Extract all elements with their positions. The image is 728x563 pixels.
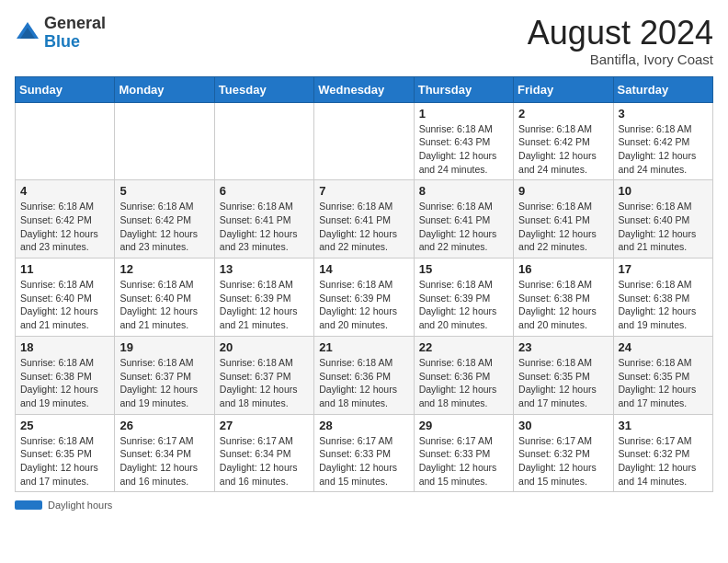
calendar-cell: 3Sunrise: 6:18 AM Sunset: 6:42 PM Daylig…: [613, 102, 712, 180]
calendar-cell: 23Sunrise: 6:18 AM Sunset: 6:35 PM Dayli…: [514, 336, 613, 414]
calendar-cell: 22Sunrise: 6:18 AM Sunset: 6:36 PM Dayli…: [414, 336, 513, 414]
calendar-cell: 4Sunrise: 6:18 AM Sunset: 6:42 PM Daylig…: [16, 180, 115, 259]
day-info: Sunrise: 6:18 AM Sunset: 6:40 PM Dayligh…: [619, 200, 708, 254]
day-info: Sunrise: 6:18 AM Sunset: 6:41 PM Dayligh…: [319, 200, 408, 254]
title-block: August 2024 Bantifla, Ivory Coast: [528, 15, 713, 67]
calendar-cell: 12Sunrise: 6:18 AM Sunset: 6:40 PM Dayli…: [115, 259, 214, 337]
day-info: Sunrise: 6:18 AM Sunset: 6:42 PM Dayligh…: [619, 122, 708, 177]
day-info: Sunrise: 6:18 AM Sunset: 6:40 PM Dayligh…: [20, 278, 109, 332]
calendar-week-row: 25Sunrise: 6:18 AM Sunset: 6:35 PM Dayli…: [16, 414, 713, 492]
logo-text: General Blue: [44, 15, 106, 52]
day-number: 29: [419, 419, 508, 432]
day-info: Sunrise: 6:18 AM Sunset: 6:38 PM Dayligh…: [619, 278, 708, 332]
day-info: Sunrise: 6:18 AM Sunset: 6:42 PM Dayligh…: [20, 200, 109, 254]
calendar-cell: 5Sunrise: 6:18 AM Sunset: 6:42 PM Daylig…: [115, 180, 214, 259]
day-info: Sunrise: 6:18 AM Sunset: 6:35 PM Dayligh…: [20, 434, 109, 488]
footer-label: Daylight hours: [48, 500, 112, 511]
day-number: 20: [220, 340, 309, 354]
day-info: Sunrise: 6:18 AM Sunset: 6:41 PM Dayligh…: [220, 200, 309, 254]
calendar-cell: 2Sunrise: 6:18 AM Sunset: 6:42 PM Daylig…: [514, 102, 613, 180]
calendar-cell: 11Sunrise: 6:18 AM Sunset: 6:40 PM Dayli…: [16, 259, 115, 337]
day-number: 27: [220, 419, 309, 432]
day-info: Sunrise: 6:18 AM Sunset: 6:38 PM Dayligh…: [518, 278, 608, 332]
day-number: 25: [20, 419, 109, 432]
day-info: Sunrise: 6:18 AM Sunset: 6:39 PM Dayligh…: [220, 278, 309, 332]
day-number: 30: [518, 419, 608, 432]
calendar-cell: 15Sunrise: 6:18 AM Sunset: 6:39 PM Dayli…: [414, 259, 513, 337]
calendar-cell: 17Sunrise: 6:18 AM Sunset: 6:38 PM Dayli…: [613, 259, 712, 337]
logo-icon: [15, 20, 40, 46]
day-number: 18: [20, 340, 109, 354]
day-number: 1: [419, 107, 508, 121]
day-number: 12: [119, 262, 209, 276]
day-number: 19: [119, 340, 209, 354]
day-info: Sunrise: 6:18 AM Sunset: 6:37 PM Dayligh…: [119, 356, 209, 410]
calendar-cell: [214, 102, 313, 180]
day-info: Sunrise: 6:18 AM Sunset: 6:39 PM Dayligh…: [419, 278, 508, 332]
day-number: 14: [319, 262, 408, 276]
calendar-cell: 6Sunrise: 6:18 AM Sunset: 6:41 PM Daylig…: [214, 180, 313, 259]
calendar-header-row: SundayMondayTuesdayWednesdayThursdayFrid…: [16, 76, 713, 102]
day-info: Sunrise: 6:18 AM Sunset: 6:38 PM Dayligh…: [20, 356, 109, 410]
day-info: Sunrise: 6:18 AM Sunset: 6:42 PM Dayligh…: [119, 200, 209, 254]
logo-blue: Blue: [44, 32, 80, 51]
day-number: 8: [419, 184, 508, 198]
day-info: Sunrise: 6:18 AM Sunset: 6:36 PM Dayligh…: [419, 356, 508, 410]
day-info: Sunrise: 6:17 AM Sunset: 6:33 PM Dayligh…: [419, 434, 508, 488]
day-info: Sunrise: 6:18 AM Sunset: 6:42 PM Dayligh…: [518, 122, 608, 177]
calendar-week-row: 1Sunrise: 6:18 AM Sunset: 6:43 PM Daylig…: [16, 102, 713, 180]
day-number: 17: [619, 262, 708, 276]
column-header-tuesday: Tuesday: [214, 76, 313, 102]
day-info: Sunrise: 6:18 AM Sunset: 6:43 PM Dayligh…: [419, 122, 508, 177]
day-info: Sunrise: 6:18 AM Sunset: 6:37 PM Dayligh…: [220, 356, 309, 410]
calendar-cell: 9Sunrise: 6:18 AM Sunset: 6:41 PM Daylig…: [514, 180, 613, 259]
day-info: Sunrise: 6:18 AM Sunset: 6:36 PM Dayligh…: [319, 356, 408, 410]
calendar-cell: 26Sunrise: 6:17 AM Sunset: 6:34 PM Dayli…: [115, 414, 214, 492]
calendar-cell: 28Sunrise: 6:17 AM Sunset: 6:33 PM Dayli…: [314, 414, 414, 492]
calendar-cell: 21Sunrise: 6:18 AM Sunset: 6:36 PM Dayli…: [314, 336, 414, 414]
day-number: 9: [518, 184, 608, 198]
day-number: 15: [419, 262, 508, 276]
day-number: 2: [518, 107, 608, 121]
column-header-thursday: Thursday: [414, 76, 513, 102]
calendar-title: August 2024: [528, 15, 713, 52]
calendar-subtitle: Bantifla, Ivory Coast: [528, 52, 713, 67]
calendar-cell: 25Sunrise: 6:18 AM Sunset: 6:35 PM Dayli…: [16, 414, 115, 492]
logo: General Blue: [15, 15, 106, 52]
day-info: Sunrise: 6:17 AM Sunset: 6:34 PM Dayligh…: [220, 434, 309, 488]
column-header-wednesday: Wednesday: [314, 76, 414, 102]
calendar-cell: 20Sunrise: 6:18 AM Sunset: 6:37 PM Dayli…: [214, 336, 313, 414]
calendar-cell: 7Sunrise: 6:18 AM Sunset: 6:41 PM Daylig…: [314, 180, 414, 259]
day-info: Sunrise: 6:18 AM Sunset: 6:40 PM Dayligh…: [119, 278, 209, 332]
day-number: 10: [619, 184, 708, 198]
day-number: 23: [518, 340, 608, 354]
day-number: 21: [319, 340, 408, 354]
day-number: 24: [619, 340, 708, 354]
logo-general: General: [44, 14, 106, 32]
calendar-week-row: 4Sunrise: 6:18 AM Sunset: 6:42 PM Daylig…: [16, 180, 713, 259]
calendar-cell: 29Sunrise: 6:17 AM Sunset: 6:33 PM Dayli…: [414, 414, 513, 492]
calendar-cell: 13Sunrise: 6:18 AM Sunset: 6:39 PM Dayli…: [214, 259, 313, 337]
day-number: 31: [619, 419, 708, 432]
day-number: 3: [619, 107, 708, 121]
column-header-sunday: Sunday: [16, 76, 115, 102]
calendar-week-row: 18Sunrise: 6:18 AM Sunset: 6:38 PM Dayli…: [16, 336, 713, 414]
day-info: Sunrise: 6:18 AM Sunset: 6:35 PM Dayligh…: [518, 356, 608, 410]
day-number: 16: [518, 262, 608, 276]
day-number: 13: [220, 262, 309, 276]
calendar-cell: 10Sunrise: 6:18 AM Sunset: 6:40 PM Dayli…: [613, 180, 712, 259]
day-number: 4: [20, 184, 109, 198]
calendar-cell: [314, 102, 414, 180]
calendar-week-row: 11Sunrise: 6:18 AM Sunset: 6:40 PM Dayli…: [16, 259, 713, 337]
calendar-cell: 14Sunrise: 6:18 AM Sunset: 6:39 PM Dayli…: [314, 259, 414, 337]
day-number: 22: [419, 340, 508, 354]
calendar-cell: 18Sunrise: 6:18 AM Sunset: 6:38 PM Dayli…: [16, 336, 115, 414]
calendar-cell: 24Sunrise: 6:18 AM Sunset: 6:35 PM Dayli…: [613, 336, 712, 414]
page-header: General Blue August 2024 Bantifla, Ivory…: [15, 15, 713, 67]
day-info: Sunrise: 6:18 AM Sunset: 6:41 PM Dayligh…: [419, 200, 508, 254]
day-info: Sunrise: 6:18 AM Sunset: 6:39 PM Dayligh…: [319, 278, 408, 332]
day-number: 5: [119, 184, 209, 198]
calendar-cell: 16Sunrise: 6:18 AM Sunset: 6:38 PM Dayli…: [514, 259, 613, 337]
calendar-cell: [115, 102, 214, 180]
day-number: 11: [20, 262, 109, 276]
